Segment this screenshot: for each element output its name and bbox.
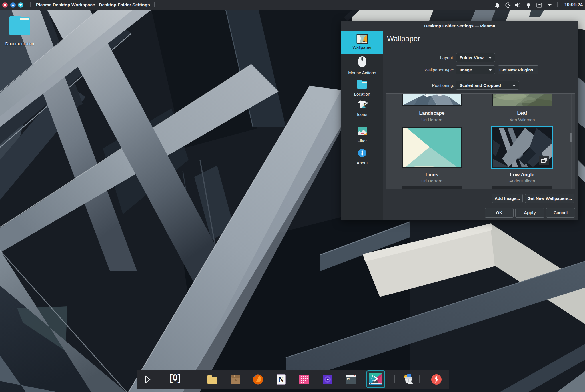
svg-text:N: N [279, 375, 284, 384]
svg-text:#!: #! [347, 377, 350, 381]
